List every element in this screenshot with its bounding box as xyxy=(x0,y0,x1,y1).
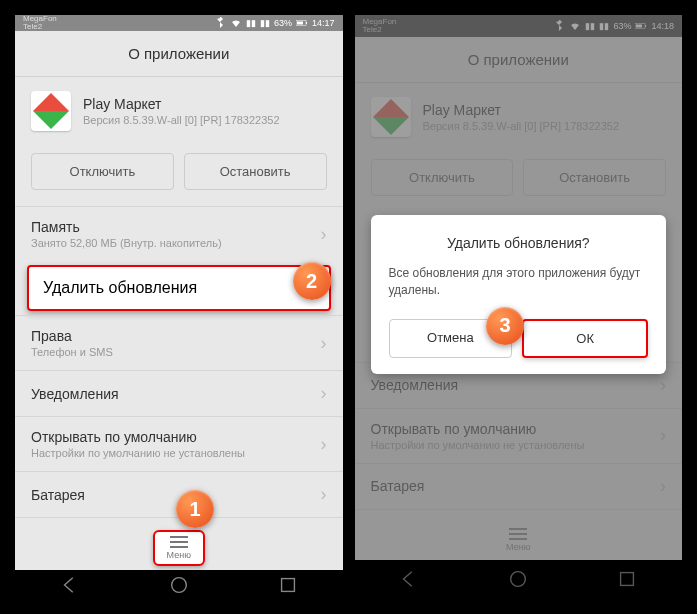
svg-rect-1 xyxy=(297,22,303,25)
permissions-sub: Телефон и SMS xyxy=(31,346,113,358)
menu-label: Меню xyxy=(167,550,191,560)
memory-item[interactable]: Память Занято 52,80 МБ (Внутр. накопител… xyxy=(15,206,343,261)
battery-label: Батарея xyxy=(31,487,85,503)
carrier-2: Tele2 xyxy=(23,23,57,31)
step-badge-1: 1 xyxy=(176,490,214,528)
notifications-item[interactable]: Уведомления › xyxy=(15,370,343,416)
play-store-icon xyxy=(31,91,71,131)
battery-pct: 63% xyxy=(274,18,292,28)
battery-icon xyxy=(296,17,308,29)
memory-label: Память xyxy=(31,219,222,235)
phone-left: MegaFon Tele2 ▮▮ ▮▮ 63% 14:17 О приложен… xyxy=(15,15,343,599)
uninstall-updates-label: Удалить обновления xyxy=(43,279,197,296)
carriers: MegaFon Tele2 xyxy=(23,15,57,31)
ok-button[interactable]: ОК xyxy=(522,319,648,358)
bluetooth-icon xyxy=(214,17,226,29)
time: 14:17 xyxy=(312,18,335,28)
hamburger-icon xyxy=(170,536,188,548)
permissions-label: Права xyxy=(31,328,113,344)
open-default-sub: Настройки по умолчанию не установлены xyxy=(31,447,245,459)
chevron-right-icon: › xyxy=(321,484,327,505)
signal-icon: ▮▮ xyxy=(246,18,256,28)
notifications-label: Уведомления xyxy=(31,386,119,402)
step-badge-2: 2 xyxy=(293,262,331,300)
svg-rect-4 xyxy=(281,578,294,591)
confirm-dialog: Удалить обновления? Все обновления для э… xyxy=(371,215,667,374)
bottom-bar: Меню 1 xyxy=(15,518,343,570)
dialog-message: Все обновления для этого приложения буду… xyxy=(389,265,649,299)
chevron-right-icon: › xyxy=(321,224,327,245)
wifi-icon xyxy=(230,17,242,29)
nav-bar xyxy=(15,570,343,599)
phone-right: MegaFon Tele2 ▮▮ ▮▮ 63% 14:18 О приложен… xyxy=(355,15,683,599)
open-default-item[interactable]: Открывать по умолчанию Настройки по умол… xyxy=(15,416,343,471)
svg-rect-2 xyxy=(306,22,307,24)
page-title: О приложении xyxy=(15,31,343,77)
status-bar: MegaFon Tele2 ▮▮ ▮▮ 63% 14:17 xyxy=(15,15,343,31)
signal-icon-2: ▮▮ xyxy=(260,18,270,28)
step-badge-3: 3 xyxy=(486,307,524,345)
nav-recent-icon[interactable] xyxy=(277,574,299,596)
chevron-right-icon: › xyxy=(321,383,327,404)
app-version: Версия 8.5.39.W-all [0] [PR] 178322352 xyxy=(83,114,280,126)
dialog-title: Удалить обновления? xyxy=(389,235,649,251)
app-name: Play Маркет xyxy=(83,96,280,112)
svg-point-3 xyxy=(171,577,186,592)
menu-button[interactable]: Меню xyxy=(153,530,205,566)
uninstall-updates-item[interactable]: Удалить обновления 2 xyxy=(27,265,331,311)
nav-home-icon[interactable] xyxy=(168,574,190,596)
stop-button[interactable]: Остановить xyxy=(184,153,327,190)
open-default-label: Открывать по умолчанию xyxy=(31,429,245,445)
nav-back-icon[interactable] xyxy=(59,574,81,596)
action-buttons: Отключить Остановить xyxy=(15,145,343,206)
settings-list: Память Занято 52,80 МБ (Внутр. накопител… xyxy=(15,206,343,518)
status-icons: ▮▮ ▮▮ 63% 14:17 xyxy=(214,17,335,29)
memory-sub: Занято 52,80 МБ (Внутр. накопитель) xyxy=(31,237,222,249)
permissions-item[interactable]: Права Телефон и SMS › xyxy=(15,315,343,370)
app-info-row: Play Маркет Версия 8.5.39.W-all [0] [PR]… xyxy=(15,77,343,145)
chevron-right-icon: › xyxy=(321,434,327,455)
disable-button[interactable]: Отключить xyxy=(31,153,174,190)
chevron-right-icon: › xyxy=(321,333,327,354)
